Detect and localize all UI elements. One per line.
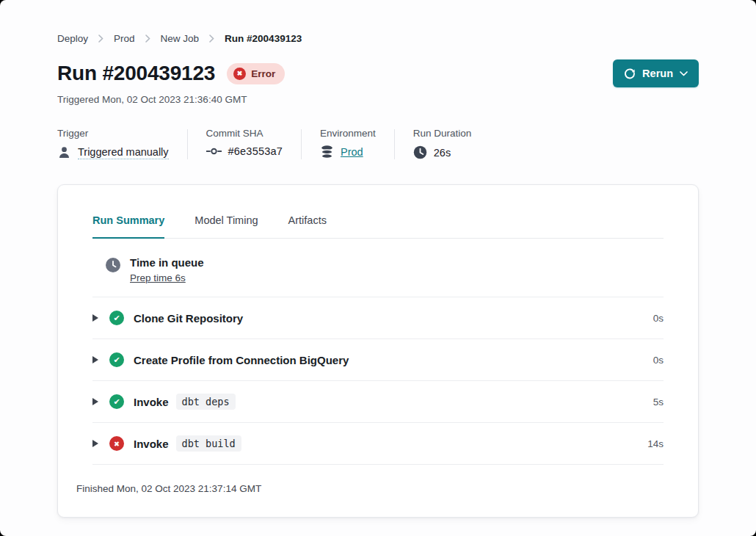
run-summary-card: Run Summary Model Timing Artifacts Time … [57,184,699,518]
rerun-refresh-icon [624,68,636,79]
divider [187,129,188,159]
meta-duration-label: Run Duration [413,128,472,139]
meta-trigger: Trigger Triggered manually [57,128,169,159]
step-row-clone-git[interactable]: Clone Git Repository 0s [92,297,664,339]
chevron-right-icon [209,35,214,43]
breadcrumb-prod[interactable]: Prod [114,33,135,44]
clock-icon [106,258,120,272]
commit-icon [206,146,222,156]
step-duration: 0s [653,313,664,324]
error-circle-icon [233,68,246,80]
expand-triangle-icon[interactable] [92,440,98,447]
step-title: Create Profile from Connection BigQuery [134,354,349,366]
step-title: Invoke [134,396,169,408]
tab-run-summary[interactable]: Run Summary [92,214,164,239]
breadcrumb-deploy[interactable]: Deploy [57,33,88,44]
status-success-icon [109,352,124,367]
rerun-button[interactable]: Rerun [613,59,699,87]
divider [301,129,302,159]
meta-commit: Commit SHA #6e3553a7 [206,128,283,159]
environment-link[interactable]: Prod [341,146,363,158]
meta-trigger-label: Trigger [57,128,169,139]
page-title: Run #200439123 [57,62,215,85]
trigger-value[interactable]: Triggered manually [78,146,169,159]
tab-bar: Run Summary Model Timing Artifacts [92,214,664,239]
expand-triangle-icon[interactable] [92,398,98,405]
step-duration: 14s [647,438,664,449]
run-duration-value: 26s [434,147,451,159]
status-error-icon [109,436,124,451]
run-meta-row: Trigger Triggered manually Commit SHA #6… [57,128,699,159]
breadcrumb-current-run: Run #200439123 [225,33,302,44]
run-detail-page: Deploy Prod New Job Run #200439123 Run #… [0,0,756,518]
step-row-invoke-dbt-deps[interactable]: Invoke dbt deps 5s [92,381,664,423]
status-badge-label: Error [251,68,275,79]
breadcrumb: Deploy Prod New Job Run #200439123 [57,33,699,44]
status-success-icon [109,311,124,325]
breadcrumb-new-job[interactable]: New Job [161,33,200,44]
step-row-create-profile[interactable]: Create Profile from Connection BigQuery … [92,339,664,381]
divider [394,129,395,159]
person-icon [57,145,71,159]
clock-icon [413,145,427,159]
triggered-timestamp: Triggered Mon, 02 Oct 2023 21:36:40 GMT [57,94,699,105]
step-duration: 5s [653,396,664,408]
queue-title: Time in queue [130,256,204,269]
step-title: Clone Git Repository [134,312,243,325]
tab-model-timing[interactable]: Model Timing [195,214,258,239]
meta-commit-label: Commit SHA [206,128,283,139]
step-row-invoke-dbt-build[interactable]: Invoke dbt build 14s [92,423,664,465]
status-success-icon [109,394,124,409]
chevron-right-icon [145,35,150,43]
chevron-down-icon [680,71,688,76]
rerun-button-label: Rerun [642,68,673,79]
meta-environment: Environment Prod [320,128,376,159]
finished-timestamp: Finished Mon, 02 Oct 2023 21:37:14 GMT [58,465,698,517]
meta-duration: Run Duration 26s [413,128,472,159]
page-header: Run #200439123 Error Rerun [57,59,699,87]
step-title: Invoke [134,438,169,450]
database-icon [320,145,334,159]
app-window: Deploy Prod New Job Run #200439123 Run #… [0,0,756,536]
tab-artifacts[interactable]: Artifacts [288,214,327,239]
prep-time-link[interactable]: Prep time 6s [130,272,186,283]
commit-sha-value: #6e3553a7 [228,145,283,157]
meta-environment-label: Environment [320,128,376,139]
chevron-right-icon [98,35,103,43]
step-command: dbt deps [176,394,236,410]
step-command: dbt build [176,435,241,452]
queue-row: Time in queue Prep time 6s [92,239,664,297]
step-duration: 0s [653,355,664,366]
status-badge: Error [227,63,285,84]
expand-triangle-icon[interactable] [92,314,98,322]
title-group: Run #200439123 Error [57,62,285,85]
expand-triangle-icon[interactable] [92,356,98,363]
